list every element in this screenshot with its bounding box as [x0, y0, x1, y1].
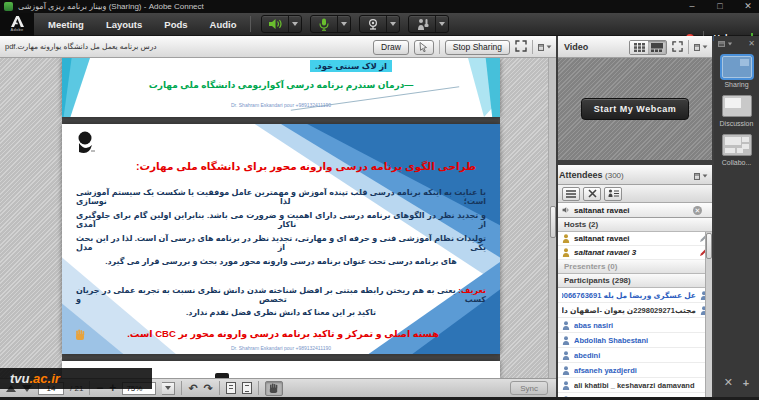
participant-icon: [562, 321, 570, 330]
delete-layout-icon[interactable]: ✕: [724, 376, 733, 389]
slide-current: طراحی الگوی برنامه درسی وارونه محور برای…: [62, 124, 500, 354]
host-row[interactable]: saltanat ravaei: [558, 232, 712, 246]
active-speaker-name: saltanat ravaei: [574, 206, 689, 215]
filmstrip-view-icon[interactable]: [648, 41, 666, 54]
slide-paragraph: و تجدید نظر در الگوهای برنامه درسی دارای…: [76, 211, 486, 229]
speaker-dropdown[interactable]: [288, 16, 301, 32]
adobe-logo: Adobe: [0, 13, 34, 36]
presenters-section-header[interactable]: Presenters (0): [558, 260, 712, 274]
layouts-close-icon[interactable]: ✕: [748, 39, 755, 48]
grid-view-icon[interactable]: [630, 41, 648, 54]
participant-icon: [562, 336, 570, 345]
fit-page-icon[interactable]: [226, 382, 236, 394]
fullscreen-icon[interactable]: [515, 38, 527, 56]
slide-paragraph: های برنامه درسی تحت عنوان برنامه درسی وا…: [76, 257, 486, 266]
definition-label: تعریف:: [458, 286, 486, 295]
prev-slide-highlight-text: از لاک سنتی خود.: [310, 60, 392, 72]
menu-divider: [250, 16, 251, 32]
breakout-view-icon[interactable]: [583, 187, 601, 201]
attendees-pod: Attendees (300): [558, 165, 712, 397]
close-button[interactable]: ✕: [741, 0, 755, 12]
rotate-left-icon[interactable]: ↶: [188, 383, 197, 394]
slide-paragraph: با عنایت به اینکه برنامه درسی قلب تپنده …: [76, 188, 486, 206]
draw-button[interactable]: Draw: [373, 40, 409, 55]
slide-footer: Dr. Shahram Eskandari pour +989132411190: [62, 345, 500, 351]
layouts-options-icon[interactable]: [718, 41, 733, 47]
status-dropdown[interactable]: [435, 16, 448, 32]
adobe-a-icon: [11, 16, 24, 27]
start-webcam-button[interactable]: Start My Webcam: [581, 98, 689, 120]
zoom-level-dropdown[interactable]: [162, 382, 175, 395]
scrollbar-thumb[interactable]: [550, 206, 556, 238]
stop-sharing-button[interactable]: Stop Sharing: [445, 40, 510, 55]
pod-options-icon[interactable]: [538, 42, 552, 53]
menu-meeting[interactable]: Meeting: [48, 19, 84, 30]
attendees-scrollbar[interactable]: [705, 232, 712, 397]
participant-icon: [562, 366, 570, 375]
pointer-tool-button[interactable]: [414, 40, 434, 55]
layout-collaboration-thumbnail[interactable]: [722, 134, 752, 156]
fit-width-icon[interactable]: [242, 382, 252, 394]
prev-slide-green-text: —درمان سندرم برنامه درسی آکواریومی دانشگ…: [62, 80, 500, 90]
status-raise-hand-button[interactable]: [408, 15, 449, 33]
minimize-button[interactable]: –: [685, 0, 699, 12]
layout-collaboration-label[interactable]: Collabo...: [722, 159, 752, 166]
sync-button[interactable]: Sync: [510, 381, 548, 395]
participants-section-header[interactable]: Participants (298): [558, 274, 712, 288]
attendee-status-view-icon[interactable]: [604, 187, 622, 201]
prev-slide-footer: Dr. Shahram Eskandari pour +989132411190: [62, 102, 500, 108]
participant-row[interactable]: abedini: [558, 348, 712, 363]
raise-hand-icon: [409, 16, 435, 32]
speaker-button[interactable]: [261, 15, 302, 33]
webcam-dropdown[interactable]: [386, 16, 399, 32]
window-title: وبینار برنامه ریزی آموزشی (Sharing) - Ad…: [18, 0, 204, 13]
video-pod-header: Video: [558, 36, 712, 58]
host-user-icon: [562, 234, 570, 243]
main-area: درس برنامه یعمل مل دانشگاه یوارونه مهارت…: [0, 36, 759, 397]
hosts-section-header[interactable]: Hosts (2): [558, 218, 712, 232]
adobe-wordmark: Adobe: [10, 27, 23, 32]
layout-discussion-thumbnail[interactable]: [722, 95, 752, 117]
participant-row[interactable]: Abdollah Shabestani: [558, 333, 712, 348]
menu-pods[interactable]: Pods: [164, 19, 187, 30]
add-layout-icon[interactable]: +: [743, 377, 749, 389]
shared-document-filename: درس برنامه یعمل مل دانشگاه یوارونه مهارت…: [5, 42, 157, 51]
layout-sharing-label[interactable]: Sharing: [724, 81, 748, 88]
adobe-connect-window: وبینار برنامه ریزی آموزشی (Sharing) - Ad…: [0, 0, 759, 400]
hand-icon: [268, 383, 279, 394]
document-scrollbar[interactable]: [548, 58, 556, 378]
video-pod-options-icon[interactable]: [694, 42, 708, 53]
video-pod: Video: [558, 36, 712, 160]
webcam-button[interactable]: [359, 15, 400, 33]
menu-audio[interactable]: Audio: [210, 19, 237, 30]
attendees-toolbar: [558, 185, 712, 203]
menu-layouts[interactable]: Layouts: [106, 19, 142, 30]
dismiss-active-speaker-icon[interactable]: ✕: [693, 206, 702, 215]
attendees-pod-options-icon[interactable]: [694, 171, 708, 182]
university-logo: [76, 131, 96, 161]
document-viewport[interactable]: از لاک سنتی خود. —درمان سندرم برنامه درس…: [0, 58, 556, 378]
participant-row[interactable]: عل عسگری وریضا مل یله 0066763691 ان دانش…: [558, 288, 712, 303]
microphone-dropdown[interactable]: [337, 16, 350, 32]
layout-discussion-label[interactable]: Discussion: [720, 120, 754, 127]
slide-previous: از لاک سنتی خود. —درمان سندرم برنامه درس…: [62, 58, 500, 117]
video-pod-title: Video: [564, 42, 588, 52]
microphone-button[interactable]: [310, 15, 351, 33]
host-row[interactable]: saltanat ravaei 3: [558, 246, 712, 260]
participant-row[interactable]: ali khatibi _ keshavarzi damavand: [558, 378, 712, 393]
rotate-right-icon[interactable]: ↷: [204, 383, 213, 394]
menu-bar: Adobe Meeting Layouts Pods Audio: [0, 13, 759, 36]
participant-row[interactable]: afsaneh yazdjerdi: [558, 363, 712, 378]
maximize-button[interactable]: □: [713, 0, 727, 12]
pdf-document: از لاک سنتی خود. —درمان سندرم برنامه درس…: [62, 58, 500, 378]
layout-sharing-thumbnail[interactable]: [722, 56, 752, 78]
participant-row[interactable]: مجتب2298029271ن یعوان -اصفهان دانشگاه: [558, 303, 712, 318]
video-fullscreen-icon[interactable]: [672, 38, 683, 56]
scrollbar-thumb[interactable]: [706, 233, 712, 259]
attendee-list-view-icon[interactable]: [562, 187, 580, 201]
slide-definition: تعریف: یعنی به هم ریختن رابطه مبتنی بر ا…: [76, 286, 486, 304]
attendees-pod-title: Attendees (300): [559, 170, 624, 180]
attendees-count: (300): [605, 171, 624, 180]
participant-row[interactable]: abas nasiri: [558, 318, 712, 333]
pan-tool-button[interactable]: [265, 381, 283, 396]
